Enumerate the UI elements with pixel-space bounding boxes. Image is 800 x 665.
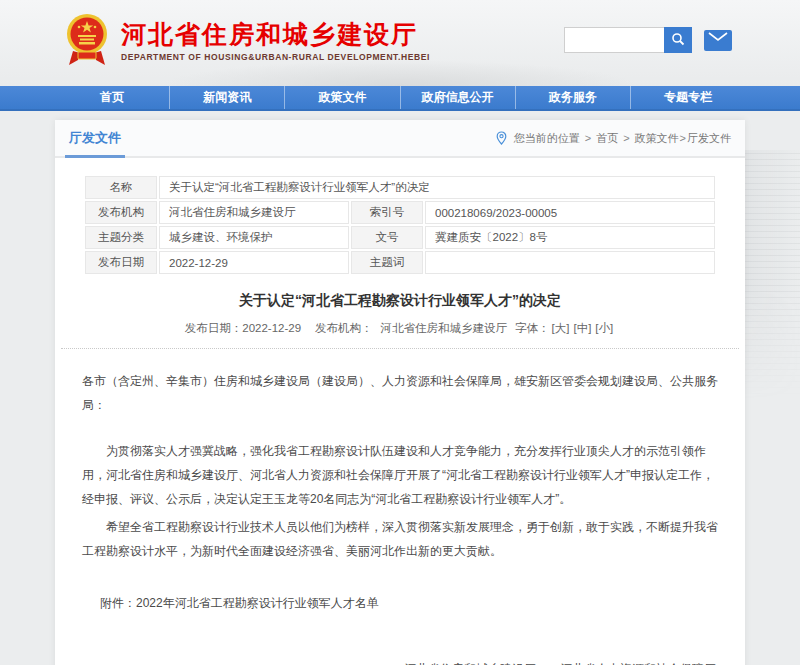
- national-emblem-icon: [65, 11, 109, 69]
- breadcrumb: 您当前的位置 > 首页 > 政策文件 > 厅发文件: [496, 120, 731, 156]
- table-row-name: 名称 关于认定“河北省工程勘察设计行业领军人才”的决定: [85, 176, 715, 199]
- article-body: 各市（含定州、辛集市）住房和城乡建设局（建设局）、人力资源和社会保障局，雄安新区…: [55, 349, 745, 665]
- search-button[interactable]: [664, 27, 692, 53]
- font-size-small-button[interactable]: [小]: [595, 322, 613, 334]
- doc-no-value: 冀建质安〔2022〕8号: [425, 226, 715, 249]
- table-row-category-docno: 主题分类 城乡建设、环境保护 文号 冀建质安〔2022〕8号: [85, 226, 715, 249]
- nav-item-home[interactable]: 首页: [55, 86, 170, 109]
- category-label: 主题分类: [85, 226, 157, 249]
- table-row-date-keywords: 发布日期 2022-12-29 主题词: [85, 251, 715, 274]
- name-value: 关于认定“河北省工程勘察设计行业领军人才”的决定: [159, 176, 715, 199]
- index-no-label: 索引号: [351, 201, 423, 224]
- section-tab-strip: 厅发文件 您当前的位置 > 首页 > 政策文件 > 厅发文件: [55, 120, 745, 158]
- pub-date-label: 发布日期: [85, 251, 157, 274]
- nav-item-policy[interactable]: 政策文件: [285, 86, 400, 109]
- mail-button[interactable]: [704, 30, 732, 51]
- publish-date-label: 发布日期：: [185, 322, 243, 334]
- keywords-value: [425, 251, 715, 274]
- site-subtitle: DEPARTMENT OF HOUSING&URBAN-RURAL DEVELO…: [121, 52, 430, 62]
- agency-label: 发布机构: [85, 201, 157, 224]
- article-paragraph-2: 希望全省工程勘察设计行业技术人员以他们为榜样，深入贯彻落实新发展理念，勇于创新，…: [82, 515, 718, 563]
- pub-date-value: 2022-12-29: [159, 251, 349, 274]
- nav-item-info-disclosure[interactable]: 政府信息公开: [401, 86, 516, 109]
- keywords-label: 主题词: [351, 251, 423, 274]
- nav-item-special-columns[interactable]: 专题专栏: [631, 86, 745, 109]
- location-pin-icon: [496, 131, 507, 145]
- publish-agency-value: 河北省住房和城乡建设厅: [381, 322, 508, 334]
- breadcrumb-current: 厅发文件: [687, 131, 731, 146]
- search-icon: [671, 32, 685, 49]
- font-size-medium-button[interactable]: [中]: [573, 322, 591, 334]
- site-title: 河北省住房和城乡建设厅: [121, 19, 430, 49]
- article-attachment[interactable]: 附件：2022年河北省工程勘察设计行业领军人才名单: [82, 591, 718, 615]
- publish-agency-label: 发布机构：: [315, 322, 373, 334]
- nav-item-news[interactable]: 新闻资讯: [170, 86, 285, 109]
- site-banner: 河北省住房和城乡建设厅 DEPARTMENT OF HOUSING&URBAN-…: [0, 0, 800, 86]
- category-value: 城乡建设、环境保护: [159, 226, 349, 249]
- agency-value: 河北省住房和城乡建设厅: [159, 201, 349, 224]
- envelope-icon: [708, 32, 728, 48]
- article-paragraph-1: 为贯彻落实人才强冀战略，强化我省工程勘察设计队伍建设和人才竞争能力，充分发挥行业…: [82, 439, 718, 511]
- site-brand[interactable]: 河北省住房和城乡建设厅 DEPARTMENT OF HOUSING&URBAN-…: [65, 11, 430, 69]
- doc-no-label: 文号: [351, 226, 423, 249]
- table-row-agency-index: 发布机构 河北省住房和城乡建设厅 索引号 000218069/2023-0000…: [85, 201, 715, 224]
- article-addressee: 各市（含定州、辛集市）住房和城乡建设局（建设局）、人力资源和社会保障局，雄安新区…: [82, 369, 718, 417]
- index-no-value: 000218069/2023-00005: [425, 201, 715, 224]
- font-size-large-button[interactable]: [大]: [552, 322, 570, 334]
- search-input[interactable]: [564, 27, 664, 53]
- tab-department-documents[interactable]: 厅发文件: [69, 120, 121, 156]
- name-label: 名称: [85, 176, 157, 199]
- article-signature: 河北省住房和城乡建设厅 河北省人力资源和社会保障厅: [82, 657, 718, 665]
- document-meta-table: 名称 关于认定“河北省工程勘察设计行业领军人才”的决定 发布机构 河北省住房和城…: [83, 174, 717, 276]
- content-box: 厅发文件 您当前的位置 > 首页 > 政策文件 > 厅发文件 名称 关于认定“: [55, 120, 745, 665]
- article-meta: 发布日期：2022-12-29发布机构：河北省住房和城乡建设厅字体：[大][中]…: [55, 321, 745, 336]
- building-sketch-decoration: [744, 150, 800, 400]
- breadcrumb-prefix: 您当前的位置: [514, 131, 580, 146]
- search-box: [564, 27, 692, 53]
- publish-date-value: 2022-12-29: [242, 322, 301, 334]
- article-title: 关于认定“河北省工程勘察设计行业领军人才”的决定: [55, 292, 745, 310]
- font-size-label: 字体：: [515, 322, 550, 334]
- main-nav: 首页 新闻资讯 政策文件 政府信息公开 政务服务 专题专栏: [0, 86, 800, 111]
- breadcrumb-home[interactable]: 首页: [596, 131, 618, 146]
- nav-item-services[interactable]: 政务服务: [516, 86, 631, 109]
- breadcrumb-section[interactable]: 政策文件: [635, 131, 679, 146]
